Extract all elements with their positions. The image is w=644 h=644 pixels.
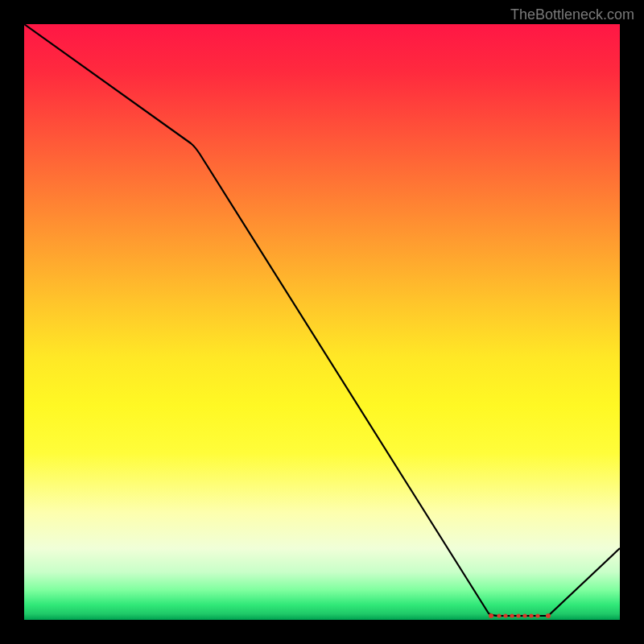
svg-point-1 <box>497 613 501 617</box>
svg-point-7 <box>535 613 539 617</box>
chart-svg <box>24 24 620 620</box>
svg-point-6 <box>529 613 533 617</box>
svg-point-3 <box>510 613 514 617</box>
svg-point-0 <box>489 613 493 618</box>
svg-point-2 <box>503 613 507 617</box>
svg-point-5 <box>522 613 526 617</box>
svg-point-4 <box>516 613 520 617</box>
data-line <box>24 24 620 616</box>
chart-area <box>24 24 620 620</box>
attribution-text: TheBottleneck.com <box>510 6 634 23</box>
svg-point-8 <box>546 613 551 618</box>
